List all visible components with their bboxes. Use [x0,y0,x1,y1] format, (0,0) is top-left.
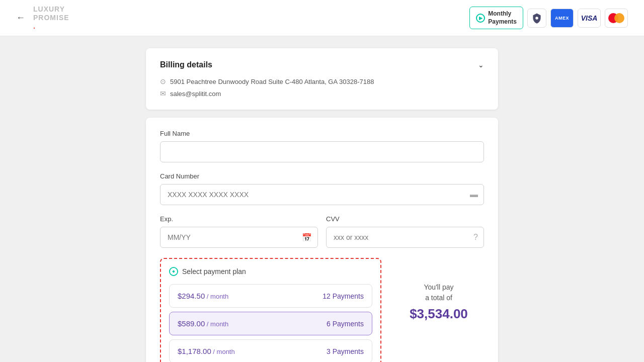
full-name-input-wrapper [160,141,484,162]
logo: LUXURY PROMISE. [33,5,69,30]
main-content: Billing details ⌄ ⊙ 5901 Peachtree Dunwo… [0,36,644,362]
email-icon: ✉ [160,89,166,98]
payment-plan-container: Select payment plan $294.50 / month 12 P… [160,258,381,362]
billing-address-row: ⊙ 5901 Peachtree Dunwoody Road Suite C-4… [160,77,484,85]
card-number-label: Card Number [160,172,484,180]
mastercard-badge[interactable] [605,9,628,28]
mastercard-icon [608,13,624,23]
billing-email-row: ✉ sales@splitit.com [160,89,484,98]
shield-badge[interactable] [527,9,546,28]
total-label: You'll pay a total of [424,282,454,303]
plan-count-12: 12 Payments [323,292,364,300]
calendar-icon: 📅 [302,233,312,242]
exp-label: Exp. [160,215,318,223]
billing-info: ⊙ 5901 Peachtree Dunwoody Road Suite C-4… [160,77,484,98]
billing-address: 5901 Peachtree Dunwoody Road Suite C-480… [170,78,374,85]
exp-input[interactable] [160,227,318,248]
card-icon: ▬ [470,190,478,199]
billing-header: Billing details ⌄ [160,60,484,69]
exp-input-wrapper: 📅 [160,227,318,248]
svg-point-0 [535,17,538,20]
monthly-payments-badge[interactable]: ▶ Monthly Payments [469,7,523,29]
plan-header: Select payment plan [169,267,372,276]
visa-text: VISA [581,14,598,22]
plan-option-12[interactable]: $294.50 / month 12 Payments [169,284,372,308]
cvv-label: CVV [326,215,484,223]
cvv-group: CVV ? [326,215,484,248]
cvv-input-wrapper: ? [326,227,484,248]
monthly-payments-text: Monthly Payments [488,10,517,26]
visa-badge[interactable]: VISA [578,9,601,28]
plan-count-6: 6 Payments [327,320,364,328]
back-button[interactable]: ← [16,13,25,23]
total-section: You'll pay a total of $3,534.00 [393,258,484,322]
plan-amount-12: $294.50 / month [178,292,228,300]
exp-group: Exp. 📅 [160,215,318,248]
header-right: ▶ Monthly Payments AMEX VISA [469,7,628,29]
billing-title: Billing details [160,60,212,69]
billing-email: sales@splitit.com [170,90,221,98]
plan-option-6[interactable]: $589.00 / month 6 Payments [169,312,372,335]
billing-details-card: Billing details ⌄ ⊙ 5901 Peachtree Dunwo… [146,48,498,110]
amex-text: AMEX [555,16,569,21]
card-number-input-wrapper: ▬ [160,184,484,205]
cvv-input[interactable] [326,227,484,248]
location-icon: ⊙ [160,77,166,85]
plan-title: Select payment plan [182,267,246,276]
exp-cvv-row: Exp. 📅 CVV ? [160,215,484,258]
full-name-group: Full Name [160,130,484,162]
payment-plan-wrapper: Select payment plan $294.50 / month 12 P… [160,258,484,362]
payment-form-card: Full Name Card Number ▬ Exp. 📅 [146,118,498,362]
plan-amount-3: $1,178.00 / month [178,347,235,355]
header-left: ← LUXURY PROMISE. [16,5,69,30]
full-name-input[interactable] [160,141,484,162]
plan-option-3[interactable]: $1,178.00 / month 3 Payments [169,339,372,362]
full-name-label: Full Name [160,130,484,137]
monthly-payments-icon: ▶ [476,14,485,23]
card-number-group: Card Number ▬ [160,172,484,205]
question-icon: ? [473,233,478,242]
splitit-icon [169,267,178,276]
shield-icon [531,13,542,24]
back-arrow-icon: ← [16,13,25,23]
plan-amount-6: $589.00 / month [178,319,228,328]
content-area: Billing details ⌄ ⊙ 5901 Peachtree Dunwo… [146,48,498,362]
header: ← LUXURY PROMISE. ▶ Monthly Payments AME… [0,0,644,36]
card-number-input[interactable] [160,184,484,205]
chevron-down-icon[interactable]: ⌄ [478,61,484,69]
amex-badge[interactable]: AMEX [550,9,574,28]
total-amount: $3,534.00 [410,306,468,322]
plan-count-3: 3 Payments [327,347,364,355]
